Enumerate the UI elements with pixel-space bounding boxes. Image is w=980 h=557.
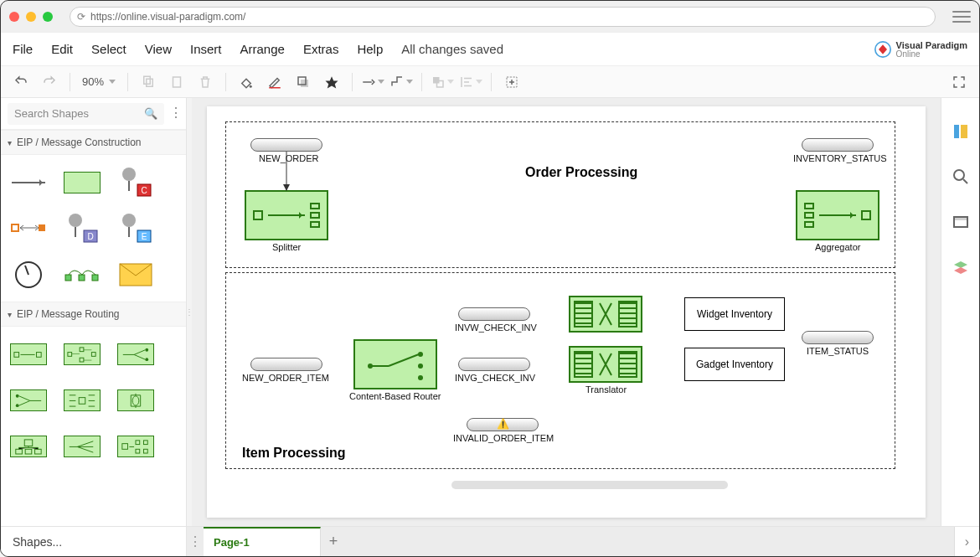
pipe-invw[interactable] [458,307,530,321]
shape-envelope-icon[interactable] [115,255,157,293]
shape-arrow[interactable] [8,163,49,201]
svg-point-55 [418,364,423,369]
shadow-button[interactable] [291,70,315,94]
tab-menu-icon[interactable]: ⋮ [187,527,204,556]
page-tab-1[interactable]: Page-1 [204,527,321,556]
shapes-link[interactable]: Shapes... [1,527,187,556]
line-color-button[interactable] [263,70,286,94]
close-window-icon[interactable] [9,12,19,22]
horizontal-scrollbar[interactable] [451,481,728,489]
pipe-inventory-status[interactable] [802,138,874,152]
outline-panel-icon[interactable] [951,212,971,232]
copy-button[interactable] [137,70,160,94]
tabs-scroll-right-icon[interactable]: › [954,527,979,556]
svg-rect-51 [143,440,147,444]
reload-icon[interactable]: ⟳ [77,11,85,23]
node-translator-1[interactable] [569,296,642,333]
hamburger-menu-icon[interactable] [952,9,971,24]
shape-route-4[interactable] [8,381,49,419]
shape-route-8[interactable] [61,427,103,465]
label-invw: INVW_CHECK_INV [455,322,537,333]
paste-button[interactable] [165,70,188,94]
menu-edit[interactable]: Edit [51,42,73,56]
svg-rect-61 [954,217,967,220]
shape-timer-icon[interactable] [8,255,49,293]
zoom-dropdown[interactable]: 90% [79,75,119,88]
node-aggregator[interactable] [796,190,879,240]
sidebar-more-icon[interactable]: ⋮ [169,111,179,116]
fill-color-button[interactable] [235,70,258,94]
svg-marker-1 [879,44,887,54]
traffic-lights [9,12,53,22]
menu-extras[interactable]: Extras [303,42,339,56]
pipe-new-order-item[interactable] [250,358,322,371]
shape-d-icon[interactable]: D [61,209,103,247]
label-new-order-item: NEW_ORDER_ITEM [242,373,329,383]
shape-e-icon[interactable]: E [115,209,157,247]
shape-route-6[interactable] [115,381,157,419]
shape-route-3[interactable] [115,335,157,373]
undo-button[interactable] [9,70,33,94]
svg-rect-17 [12,224,18,231]
shape-route-5[interactable] [61,381,103,419]
svg-rect-49 [136,440,140,444]
panel-message-construction[interactable]: EIP / Message Construction [1,130,186,155]
node-widget-inventory[interactable]: Widget Inventory [684,297,785,331]
url-bar[interactable]: ⟳ https://online.visual-paradigm.com/ [70,7,936,27]
svg-point-43 [132,395,139,405]
palette-routing [1,327,186,473]
pipe-invg[interactable] [458,358,530,371]
svg-point-41 [16,404,19,407]
add-page-button[interactable]: + [321,527,346,556]
shape-route-7[interactable] [8,427,49,465]
svg-rect-30 [92,275,98,281]
node-translator-2[interactable] [569,346,642,383]
to-front-button[interactable] [431,70,454,94]
shape-c-icon[interactable]: C [115,163,157,201]
select-region-button[interactable] [500,70,524,94]
palette-construction: C D E [1,155,186,302]
search-shapes-input[interactable]: Search Shapes 🔍 [8,103,164,125]
svg-rect-29 [79,275,85,281]
panel-message-routing[interactable]: EIP / Message Routing [1,302,186,327]
menu-file[interactable]: File [13,42,33,56]
fullscreen-button[interactable] [947,70,971,94]
minimize-window-icon[interactable] [26,12,36,22]
maximize-window-icon[interactable] [43,12,53,22]
svg-point-5 [250,85,252,87]
menu-select[interactable]: Select [91,42,126,56]
search-panel-icon[interactable] [951,167,971,187]
canvas-area[interactable]: Order Processing Item Processing NEW_ORD… [192,98,941,526]
window-title-bar: ⟳ https://online.visual-paradigm.com/ [1,1,979,33]
shape-sequence-icon[interactable] [8,209,49,247]
shape-message-endpoint[interactable] [61,163,103,201]
pipe-item-status[interactable] [802,331,874,344]
svg-rect-58 [961,125,967,138]
format-panel-icon[interactable] [951,121,971,142]
brand-logo[interactable]: Visual ParadigmOnline [874,40,967,59]
waypoints-button[interactable] [389,70,413,94]
shape-route-1[interactable] [8,335,49,373]
align-button[interactable] [459,70,482,94]
search-placeholder: Search Shapes [14,107,89,120]
delete-button[interactable] [193,70,217,94]
region-item-processing[interactable] [225,272,895,469]
menu-help[interactable]: Help [357,42,383,56]
node-gadget-inventory[interactable]: Gadget Inventory [684,348,785,381]
label-router: Content-Based Router [349,391,441,401]
shape-route-9[interactable] [115,427,157,465]
redo-button[interactable] [38,70,61,94]
menu-arrange[interactable]: Arrange [240,42,285,56]
menu-view[interactable]: View [145,42,172,56]
svg-rect-8 [301,80,308,87]
shape-chain-icon[interactable] [61,255,103,293]
node-router[interactable] [353,339,437,389]
shape-route-2[interactable] [61,335,103,373]
layers-panel-icon[interactable] [951,257,971,277]
style-button[interactable] [320,70,343,94]
svg-point-54 [418,352,423,357]
connection-style-button[interactable] [361,70,384,94]
zoom-value: 90% [82,75,104,88]
menu-insert[interactable]: Insert [190,42,222,56]
canvas[interactable]: Order Processing Item Processing NEW_ORD… [207,106,926,518]
